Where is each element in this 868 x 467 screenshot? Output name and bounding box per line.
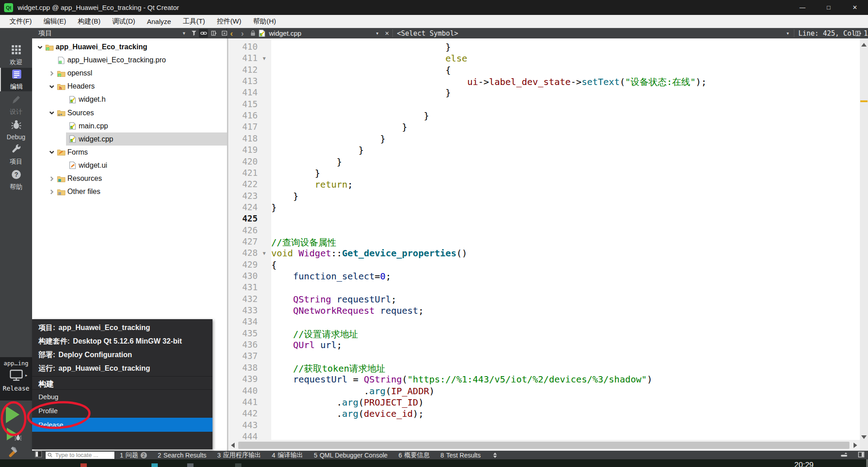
locator-input[interactable]	[54, 451, 108, 459]
horizontal-scrollbar[interactable]	[228, 440, 860, 451]
filter-funnel-icon[interactable]	[189, 29, 198, 38]
sync-with-editor-link-icon[interactable]	[199, 29, 208, 38]
tab-close-icon[interactable]: ✕	[385, 28, 389, 38]
code-line-429: {	[271, 259, 277, 271]
vertical-scrollbar[interactable]	[860, 38, 868, 451]
tree-item-resources[interactable]: Resources	[32, 172, 227, 185]
tree-item-app-huawei-eco-tracking[interactable]: Qtapp_Huawei_Eco_tracking	[32, 41, 227, 54]
fold-marker-icon[interactable]: ▼	[262, 248, 267, 259]
chevron-down-icon[interactable]	[47, 110, 56, 116]
tree-item-main-cpp[interactable]: main.cpp	[32, 119, 227, 132]
folder-qt: Qt	[56, 70, 66, 77]
menu-item-5[interactable]: 工具(T)	[177, 15, 211, 28]
menu-item-2[interactable]: 构建(B)	[72, 15, 106, 28]
tab-dropdown-caret-icon[interactable]: ▾	[376, 28, 378, 38]
output-tab-4[interactable]: 4编译输出	[272, 451, 303, 459]
run-button[interactable]	[6, 406, 19, 423]
menu-item-3[interactable]: 调试(D)	[106, 15, 141, 28]
code-line-419: }	[271, 145, 364, 156]
output-tab-8[interactable]: 8Test Results	[440, 452, 481, 459]
mode-label: 编辑	[10, 83, 23, 91]
tree-item-widget-cpp[interactable]: widget.cpp	[32, 132, 227, 146]
taskbar-icon[interactable]	[235, 463, 241, 467]
chevron-down-icon[interactable]	[47, 84, 56, 90]
output-tab-3[interactable]: 3应用程序输出	[217, 451, 261, 459]
chevron-down-icon[interactable]	[47, 149, 56, 155]
tree-item-app-huawei-eco-tracking-pro[interactable]: Qtapp_Huawei_Eco_tracking.pro	[32, 54, 227, 67]
mode-item-edit-document[interactable]: 编辑	[0, 68, 32, 91]
menu-item-4[interactable]: Analyze	[141, 15, 177, 28]
menu-item-7[interactable]: 帮助(H)	[247, 15, 282, 28]
code-editor[interactable]: } else { ui->label_dev_state->setText("设…	[271, 38, 860, 451]
popup-option-debug[interactable]: Debug	[32, 390, 212, 404]
popup-info-value: app_Huawei_Eco_tracking	[58, 364, 150, 373]
scroll-right-icon[interactable]	[854, 443, 857, 448]
line-number-441: 441	[242, 397, 258, 408]
cursor-dropdown-caret-icon[interactable]: ▾	[787, 28, 789, 38]
mode-item-design-pencil[interactable]: 设计	[0, 93, 32, 117]
code-line-436: QUrl url;	[271, 340, 342, 351]
sort-arrows-icon[interactable]	[493, 453, 497, 458]
output-tab-2[interactable]: 2Search Results	[158, 452, 207, 459]
minimize-button[interactable]: —	[789, 0, 816, 15]
split-panel-icon[interactable]	[209, 29, 218, 38]
cursor-position-marker	[860, 100, 868, 102]
popup-option-release[interactable]: Release	[32, 418, 212, 432]
line-number-443: 443	[242, 420, 258, 431]
show-desktop-button[interactable]	[866, 459, 868, 467]
menu-item-1[interactable]: 编辑(E)	[38, 15, 72, 28]
kit-selector-button[interactable]: app…ing ▸ Release	[0, 357, 32, 401]
scroll-left-icon[interactable]	[231, 443, 235, 448]
fold-marker-icon[interactable]: ▼	[262, 53, 267, 64]
popup-option-profile[interactable]: Profile	[32, 404, 212, 418]
tree-item-openssl[interactable]: Qtopenssl	[32, 67, 227, 80]
close-button[interactable]: ✕	[842, 0, 868, 15]
code-line-410: }	[271, 42, 451, 53]
nav-forward-icon[interactable]: ›	[241, 28, 244, 38]
nav-back-icon[interactable]: ‹	[230, 28, 233, 38]
chevron-down-icon[interactable]	[35, 44, 44, 50]
svg-text:?: ?	[14, 171, 18, 178]
scroll-down-icon[interactable]	[861, 435, 867, 439]
output-tab-5[interactable]: 5QML Debugger Console	[314, 452, 387, 459]
tree-item-other-files[interactable]: Other files	[32, 185, 227, 198]
chevron-right-icon[interactable]	[47, 71, 56, 76]
svg-text:Qt: Qt	[59, 61, 61, 63]
code-line-411: else	[271, 53, 467, 64]
scroll-up-icon[interactable]	[861, 43, 867, 47]
editor-gutter: 410411▼412413414415416417418419420421422…	[228, 38, 271, 451]
output-tab-1[interactable]: 1问题2	[120, 451, 147, 459]
editor-tab-label[interactable]: widget.cpp	[269, 28, 302, 38]
panel-selector-caret-icon[interactable]: ▾	[179, 29, 189, 38]
code-line-423: }	[271, 191, 298, 202]
mode-item-help-question[interactable]: ?帮助	[0, 168, 32, 192]
taskbar-icon[interactable]	[187, 463, 193, 467]
hscroll-thumb[interactable]	[238, 442, 849, 449]
tree-item-sources[interactable]: c+Sources	[32, 106, 227, 119]
output-panes-toggle-icon[interactable]	[35, 451, 42, 459]
build-progress-icon[interactable]	[840, 451, 848, 459]
help-question-icon: ?	[11, 169, 22, 182]
split-editor-icon[interactable]	[855, 28, 862, 38]
mode-item-welcome-grid[interactable]: 欢迎	[0, 43, 32, 67]
build-hammer-icon[interactable]	[5, 445, 21, 461]
taskbar-icon[interactable]	[80, 463, 87, 467]
symbol-selector[interactable]: <Select Symbol>	[397, 28, 458, 38]
tree-item-headers[interactable]: hHeaders	[32, 80, 227, 93]
project-panel-title[interactable]: 项目	[38, 28, 52, 38]
tree-item-widget-h[interactable]: widget.h	[32, 93, 227, 106]
tree-item-forms[interactable]: Forms	[32, 146, 227, 159]
mode-item-debug-bug[interactable]: Debug	[0, 118, 32, 142]
menu-item-0[interactable]: 文件(F)	[4, 15, 38, 28]
tree-item-widget-ui[interactable]: widget.ui	[32, 159, 227, 172]
chevron-right-icon[interactable]	[47, 189, 56, 195]
chevron-right-icon[interactable]	[47, 176, 56, 182]
menu-item-6[interactable]: 控件(W)	[211, 15, 247, 28]
tree-item-label: widget.cpp	[79, 135, 113, 143]
sidebar-toggle-icon[interactable]	[858, 451, 864, 459]
output-tab-6[interactable]: 6概要信息	[398, 451, 429, 459]
maximize-button[interactable]: □	[816, 0, 842, 15]
taskbar-icon[interactable]	[151, 463, 158, 467]
line-number-428: 428	[242, 248, 258, 259]
mode-item-projects-wrench[interactable]: 项目	[0, 143, 32, 166]
